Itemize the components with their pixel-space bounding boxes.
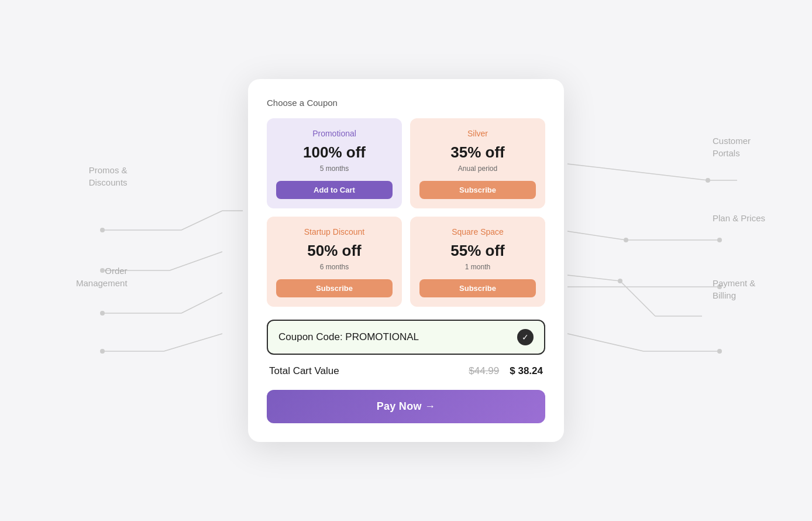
- coupons-grid: Promotional 100% off 5 months Add to Car…: [267, 118, 545, 306]
- svg-line-6: [170, 252, 222, 270]
- coupon-promotional-discount: 100% off: [303, 144, 366, 161]
- coupon-silver: Silver 35% off Anual period Subscribe: [410, 118, 545, 208]
- cart-total-label: Total Cart Value: [269, 365, 458, 377]
- coupon-promotional: Promotional 100% off 5 months Add to Car…: [267, 118, 402, 208]
- coupon-promotional-period: 5 months: [320, 164, 349, 173]
- coupon-startup-period: 6 months: [320, 263, 349, 271]
- choose-coupon-title: Choose a Coupon: [267, 98, 545, 108]
- right-labels: CustomerPortals Plan & Prices Payment &B…: [713, 135, 765, 301]
- pay-now-button[interactable]: Pay Now →: [267, 390, 545, 423]
- svg-line-14: [567, 164, 708, 180]
- payment-billing-label: Payment &Billing: [713, 277, 765, 301]
- coupon-square-space-title: Square Space: [452, 227, 504, 236]
- promos-discounts-label: Promos &Discounts: [76, 164, 128, 188]
- coupon-startup-title: Startup Discount: [304, 227, 365, 236]
- subscribe-startup-button[interactable]: Subscribe: [276, 279, 393, 297]
- coupon-check-icon: ✓: [517, 329, 534, 345]
- coupon-code-row: Coupon Code: PROMOTIONAL ✓: [267, 320, 545, 355]
- customer-portals-label: CustomerPortals: [713, 135, 765, 159]
- coupon-square-space-period: 1 month: [465, 263, 490, 271]
- order-management-label: OrderManagement: [76, 265, 128, 289]
- coupon-startup: Startup Discount 50% off 6 months Subscr…: [267, 217, 402, 307]
- coupon-startup-discount: 50% off: [307, 242, 361, 259]
- svg-line-12: [164, 334, 222, 351]
- svg-line-23: [620, 281, 655, 316]
- add-to-cart-button[interactable]: Add to Cart: [276, 181, 393, 199]
- coupon-silver-title: Silver: [467, 129, 488, 138]
- left-labels: Promos &Discounts OrderManagement: [76, 164, 128, 289]
- subscribe-silver-button[interactable]: Subscribe: [419, 181, 536, 199]
- svg-line-28: [567, 334, 644, 351]
- svg-line-17: [567, 231, 626, 240]
- cart-original-price: $44.99: [469, 365, 499, 377]
- main-card: Choose a Coupon Promotional 100% off 5 m…: [248, 79, 564, 441]
- coupon-silver-discount: 35% off: [450, 144, 504, 161]
- subscribe-square-space-button[interactable]: Subscribe: [419, 279, 536, 297]
- coupon-promotional-title: Promotional: [312, 129, 356, 138]
- coupon-silver-period: Anual period: [458, 164, 497, 173]
- coupon-code-text: Coupon Code: PROMOTIONAL: [278, 331, 517, 343]
- plan-prices-label: Plan & Prices: [713, 212, 765, 224]
- cart-new-price: $ 38.24: [510, 365, 543, 377]
- svg-line-2: [181, 211, 222, 230]
- coupon-square-space-discount: 55% off: [450, 242, 504, 259]
- svg-line-9: [181, 293, 222, 313]
- cart-total-row: Total Cart Value $44.99 $ 38.24: [267, 365, 545, 377]
- svg-line-22: [567, 275, 620, 281]
- coupon-square-space: Square Space 55% off 1 month Subscribe: [410, 217, 545, 307]
